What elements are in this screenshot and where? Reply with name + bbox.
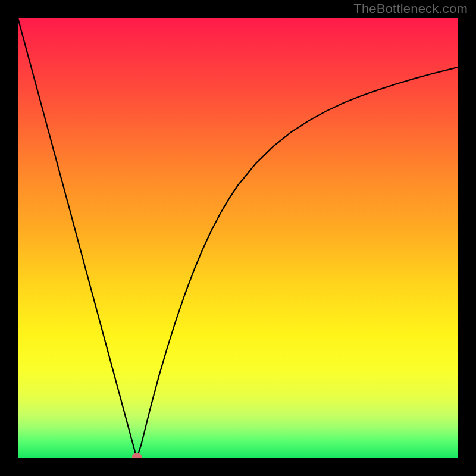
watermark-text: TheBottleneck.com bbox=[353, 1, 468, 17]
chart-frame: TheBottleneck.com bbox=[0, 0, 476, 476]
minimum-marker bbox=[132, 453, 142, 458]
plot-area bbox=[18, 18, 458, 458]
curve-svg bbox=[18, 18, 458, 458]
curve-line bbox=[18, 18, 458, 458]
